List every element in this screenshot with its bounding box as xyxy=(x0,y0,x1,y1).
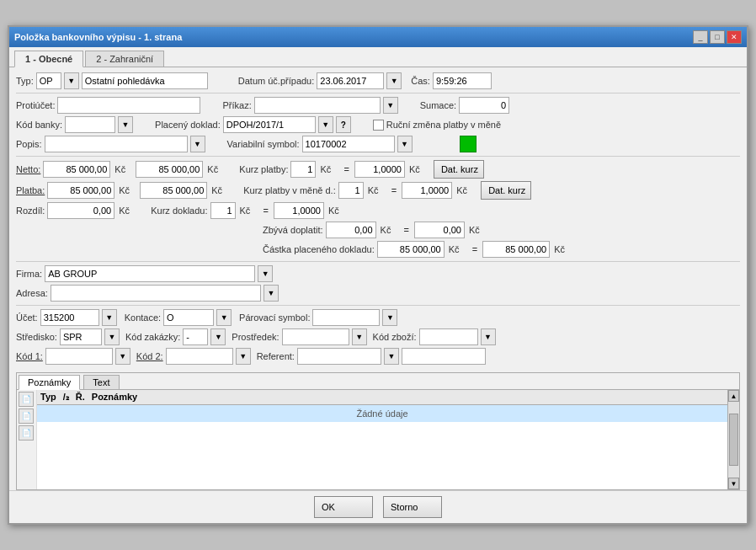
cas-input[interactable] xyxy=(433,72,492,89)
platba-input1[interactable] xyxy=(47,182,114,199)
form-content: Typ: ▼ Datum úč.případu: ▼ Čas: Protiúče… xyxy=(9,67,747,372)
stredisko-input[interactable] xyxy=(60,328,102,345)
datum-input[interactable] xyxy=(317,72,384,89)
tab-zahranicni[interactable]: 2 - Zahraniční xyxy=(85,51,164,67)
help-button[interactable]: ? xyxy=(336,116,351,133)
kurz-platby-input2[interactable] xyxy=(354,161,405,178)
prostredek-label: Prostředek: xyxy=(232,332,279,342)
kurz-platby-mene-input2[interactable] xyxy=(402,182,452,199)
platba-input2[interactable] xyxy=(140,182,207,199)
storno-button[interactable]: Storno xyxy=(383,496,442,518)
protiucet-label: Protiúčet: xyxy=(16,100,55,110)
kurz-dokladu-input2[interactable] xyxy=(274,202,324,219)
minimize-button[interactable]: _ xyxy=(693,30,708,44)
ucet-input[interactable] xyxy=(40,309,99,326)
kod2-input[interactable] xyxy=(166,348,233,365)
tab-text[interactable]: Text xyxy=(83,375,119,389)
prikaz-input[interactable] xyxy=(254,97,381,114)
kod2-dropdown[interactable]: ▼ xyxy=(236,348,251,365)
kurz-platby-kc2: Kč xyxy=(409,164,428,174)
notes-edit-btn[interactable]: 📄 xyxy=(19,408,34,424)
kurz-platby-input1[interactable] xyxy=(290,161,316,178)
notes-delete-btn[interactable]: 📄 xyxy=(19,425,34,441)
kod1-input[interactable] xyxy=(45,348,113,365)
zbyva-input1[interactable] xyxy=(326,222,376,238)
netto-input2[interactable] xyxy=(136,161,203,178)
kod-zbozi-dropdown[interactable]: ▼ xyxy=(481,328,496,345)
rozdil-label: Rozdíl: xyxy=(16,206,45,216)
row-kod1: Kód 1: ▼ Kód 2: ▼ Referent: ▼ xyxy=(16,348,740,365)
placeny-doklad-input[interactable] xyxy=(223,116,316,133)
popis-dropdown[interactable]: ▼ xyxy=(190,136,205,152)
placeny-doklad-dropdown[interactable]: ▼ xyxy=(318,116,333,133)
adresa-dropdown[interactable]: ▼ xyxy=(264,285,279,302)
rozdil-input[interactable] xyxy=(47,202,114,219)
variabilni-symbol-input[interactable] xyxy=(302,136,395,152)
popis-input[interactable] xyxy=(45,136,188,152)
kurz-platby-kc1: Kč xyxy=(320,164,338,174)
kontace-dropdown[interactable]: ▼ xyxy=(216,309,232,326)
kod-zakazky-dropdown[interactable]: ▼ xyxy=(210,328,226,345)
typ-input[interactable] xyxy=(36,72,61,89)
sumace-input[interactable] xyxy=(459,97,509,114)
ok-button[interactable]: OK xyxy=(314,496,373,518)
castka-input1[interactable] xyxy=(377,241,445,258)
dat-kurz1-button[interactable]: Dat. kurz xyxy=(434,160,484,179)
referent-input[interactable] xyxy=(297,348,381,365)
row-zbyva: Zbývá doplatit: Kč = Kč xyxy=(16,222,740,238)
prikaz-dropdown[interactable]: ▼ xyxy=(383,97,398,114)
scroll-down[interactable]: ▼ xyxy=(728,478,739,489)
scroll-up[interactable]: ▲ xyxy=(728,390,739,402)
tab-poznamky[interactable]: Poznámky xyxy=(19,375,80,390)
col-poznamky: Poznámky xyxy=(92,392,137,403)
kontace-input[interactable] xyxy=(163,309,214,326)
rucni-zmena-checkbox[interactable] xyxy=(373,120,384,131)
typ-desc-input[interactable] xyxy=(82,72,208,89)
stredisko-dropdown[interactable]: ▼ xyxy=(104,328,120,345)
prostredek-input[interactable] xyxy=(282,328,349,345)
zbyva-input2[interactable] xyxy=(414,222,465,238)
firma-dropdown[interactable]: ▼ xyxy=(258,265,273,282)
row-stredisko: Středisko: ▼ Kód zakázky: ▼ Prostředek: … xyxy=(16,328,740,345)
row-platba: Platba: Kč Kč Kurz platby v měně d.: Kč … xyxy=(16,181,740,200)
adresa-input[interactable] xyxy=(51,285,261,302)
adresa-label: Adresa: xyxy=(16,288,48,298)
referent-dropdown[interactable]: ▼ xyxy=(384,348,399,365)
castka-label: Částka placeného dokladu: xyxy=(263,244,375,254)
notes-table-body: Žádné údaje xyxy=(37,405,727,486)
referent-input2[interactable] xyxy=(402,348,486,365)
kod-banky-input[interactable] xyxy=(65,116,115,133)
variabilni-dropdown[interactable]: ▼ xyxy=(397,136,413,152)
parovaci-dropdown[interactable]: ▼ xyxy=(382,309,397,326)
notes-body: 📄 📄 📄 Typ /₂ Ř. Poznámky Žádné údaje ▲ ▼ xyxy=(17,390,739,489)
netto-input1[interactable] xyxy=(43,161,110,178)
close-button[interactable]: ✕ xyxy=(727,30,742,44)
notes-scrollbar[interactable]: ▲ ▼ xyxy=(727,390,739,489)
maximize-button[interactable]: □ xyxy=(710,30,725,44)
dat-kurz2-button[interactable]: Dat. kurz xyxy=(481,181,531,200)
firma-input[interactable] xyxy=(45,265,255,282)
kod1-dropdown[interactable]: ▼ xyxy=(115,348,130,365)
col-r: Ř. xyxy=(76,392,85,403)
kurz-platby-mene-input1[interactable] xyxy=(338,182,364,199)
parovaci-symbol-input[interactable] xyxy=(312,309,380,326)
row-rozdil: Rozdíl: Kč Kurz dokladu: Kč = Kč xyxy=(16,202,740,219)
kod1-label: Kód 1: xyxy=(16,351,43,361)
datum-dropdown[interactable]: ▼ xyxy=(386,72,402,89)
protiucet-input[interactable] xyxy=(57,97,200,114)
kurz-dokladu-input1[interactable] xyxy=(210,202,236,219)
tab-obecne[interactable]: 1 - Obecné xyxy=(14,51,83,67)
kod-zakazky-input[interactable] xyxy=(183,328,208,345)
scroll-thumb[interactable] xyxy=(729,414,738,466)
main-window: Položka bankovního výpisu - 1. strana _ … xyxy=(8,25,748,525)
ucet-dropdown[interactable]: ▼ xyxy=(102,309,117,326)
notes-add-btn[interactable]: 📄 xyxy=(19,392,34,407)
variabilni-symbol-label: Variabilní symbol: xyxy=(227,139,300,149)
green-indicator xyxy=(460,136,476,152)
kod-banky-dropdown[interactable]: ▼ xyxy=(118,116,133,133)
castka-input2[interactable] xyxy=(482,241,550,258)
row-protiucet: Protiúčet: Příkaz: ▼ Sumace: xyxy=(16,97,740,114)
typ-dropdown[interactable]: ▼ xyxy=(64,72,79,89)
prostredek-dropdown[interactable]: ▼ xyxy=(352,328,367,345)
kod-zbozi-input[interactable] xyxy=(419,328,478,345)
